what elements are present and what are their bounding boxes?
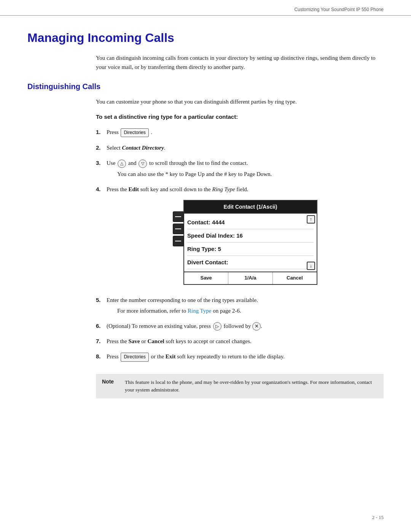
up-arrow-icon: △ bbox=[118, 160, 126, 168]
step-6: 6. (Optional) To remove an existing valu… bbox=[96, 321, 384, 332]
tab-line-2 bbox=[175, 228, 181, 229]
step-2-text: Select Contact Directory. bbox=[107, 143, 384, 152]
page-header: Customizing Your SoundPoint IP 550 Phone bbox=[0, 0, 411, 16]
step-4-text: Press the Edit soft key and scroll down … bbox=[107, 185, 384, 194]
page-footer: 2 - 15 bbox=[372, 514, 384, 521]
step-4-num: 4. bbox=[96, 185, 107, 194]
phone-tabs bbox=[173, 211, 183, 248]
phone-outer: Edit Contact (1/Ascii) ↑ Contact: 4444 S… bbox=[173, 200, 317, 285]
directories-button-2[interactable]: Directories bbox=[121, 353, 148, 361]
chapter-title: Managing Incoming Calls bbox=[27, 31, 384, 45]
save-label: Save bbox=[129, 338, 140, 344]
intro-text: You can distinguish incoming calls from … bbox=[96, 55, 376, 70]
step-8-num: 8. bbox=[96, 352, 107, 361]
step-3-num: 3. bbox=[96, 158, 107, 168]
step-6-text: (Optional) To remove an existing value, … bbox=[107, 321, 384, 331]
step-5-sub: For more information, refer to Ring Type… bbox=[117, 306, 384, 315]
softkey-mode[interactable]: 1/A/a bbox=[228, 272, 272, 284]
step-3-sub: You can also use the * key to Page Up an… bbox=[117, 169, 384, 179]
screen-body: ↑ Contact: 4444 Speed Dial Index: 16 Rin… bbox=[184, 214, 317, 272]
page: Customizing Your SoundPoint IP 550 Phone… bbox=[0, 0, 411, 532]
step-5-content: Enter the number corresponding to one of… bbox=[107, 296, 384, 317]
step-2-num: 2. bbox=[96, 143, 107, 152]
step-heading: To set a distinctive ring type for a par… bbox=[96, 112, 384, 121]
step-4-content: Press the Edit soft key and scroll down … bbox=[107, 185, 384, 291]
step-5-text: Enter the number corresponding to one of… bbox=[107, 296, 384, 305]
step-4: 4. Press the Edit soft key and scroll do… bbox=[96, 185, 384, 291]
section-body: You can customize your phone so that you… bbox=[96, 97, 384, 398]
phone-tab-2 bbox=[173, 224, 183, 234]
step-7-num: 7. bbox=[96, 337, 107, 346]
directories-button-1[interactable]: Directories bbox=[121, 128, 148, 137]
phone-screen-diagram: Edit Contact (1/Ascii) ↑ Contact: 4444 S… bbox=[107, 200, 384, 285]
section-intro: You can customize your phone so that you… bbox=[96, 97, 384, 106]
down-arrow-icon: ▽ bbox=[139, 160, 147, 168]
ring-type-link[interactable]: Ring Type bbox=[188, 308, 211, 314]
note-box: Note This feature is local to the phone,… bbox=[96, 374, 384, 399]
screen-title: Edit Contact (1/Ascii) bbox=[184, 201, 317, 214]
screen-row-4: Divert Contact: bbox=[187, 256, 314, 269]
scroll-down-icon: ↓ bbox=[307, 262, 315, 270]
screen-softkeys: Save 1/A/a Cancel bbox=[184, 272, 317, 284]
contact-directory-label: Contact Directory bbox=[122, 145, 164, 151]
phone-tab-3 bbox=[173, 236, 183, 246]
screen-row-1: Contact: 4444 bbox=[187, 216, 314, 229]
screen-row-3: Ring Type: 5 bbox=[187, 243, 314, 256]
step-5: 5. Enter the number corresponding to one… bbox=[96, 296, 384, 317]
step-8: 8. Press Directories or the Exit soft ke… bbox=[96, 352, 384, 363]
phone-tab-1 bbox=[173, 211, 183, 222]
tab-line-3 bbox=[175, 241, 181, 241]
right-arrow-icon: ▷ bbox=[213, 322, 221, 331]
page-number: 2 - 15 bbox=[372, 514, 384, 520]
step-6-content: (Optional) To remove an existing value, … bbox=[107, 321, 384, 332]
edit-softkey-label: Edit bbox=[129, 186, 139, 192]
phone-screen: Edit Contact (1/Ascii) ↑ Contact: 4444 S… bbox=[183, 200, 317, 285]
exit-label: Exit bbox=[166, 353, 176, 359]
step-2-content: Select Contact Directory. bbox=[107, 143, 384, 154]
x-icon: ✕ bbox=[252, 322, 261, 331]
step-3-content: Use △ and ▽ to scroll through the list t… bbox=[107, 158, 384, 180]
note-text: This feature is local to the phone, and … bbox=[125, 379, 378, 394]
step-3: 3. Use △ and ▽ to scroll through the lis… bbox=[96, 158, 384, 180]
section-title: Distinguishing Calls bbox=[27, 82, 384, 91]
step-7: 7. Press the Save or Cancel soft keys to… bbox=[96, 337, 384, 347]
step-1-content: Press Directories . bbox=[107, 128, 384, 139]
step-7-content: Press the Save or Cancel soft keys to ac… bbox=[107, 337, 384, 347]
note-label: Note bbox=[102, 379, 121, 394]
ring-type-label: Ring Type bbox=[212, 186, 235, 192]
step-1: 1. Press Directories . bbox=[96, 128, 384, 139]
page-content: Managing Incoming Calls You can distingu… bbox=[0, 16, 411, 421]
screen-row-2: Speed Dial Index: 16 bbox=[187, 229, 314, 243]
tab-line-1 bbox=[175, 216, 181, 217]
step-1-text: Press Directories . bbox=[107, 128, 384, 137]
steps-list: 1. Press Directories . 2. Select Contact… bbox=[96, 128, 384, 363]
softkey-save[interactable]: Save bbox=[184, 272, 228, 284]
softkey-cancel[interactable]: Cancel bbox=[273, 272, 317, 284]
step-6-num: 6. bbox=[96, 321, 107, 331]
step-8-text: Press Directories or the Exit soft key r… bbox=[107, 352, 384, 361]
step-3-text: Use △ and ▽ to scroll through the list t… bbox=[107, 158, 384, 168]
header-text: Customizing Your SoundPoint IP 550 Phone bbox=[294, 7, 384, 12]
scroll-up-icon: ↑ bbox=[307, 215, 315, 224]
step-5-num: 5. bbox=[96, 296, 107, 305]
step-2: 2. Select Contact Directory. bbox=[96, 143, 384, 154]
step-8-content: Press Directories or the Exit soft key r… bbox=[107, 352, 384, 363]
step-1-num: 1. bbox=[96, 128, 107, 137]
cancel-label: Cancel bbox=[148, 338, 164, 344]
intro-paragraph: You can distinguish incoming calls from … bbox=[96, 53, 384, 72]
step-7-text: Press the Save or Cancel soft keys to ac… bbox=[107, 337, 384, 346]
